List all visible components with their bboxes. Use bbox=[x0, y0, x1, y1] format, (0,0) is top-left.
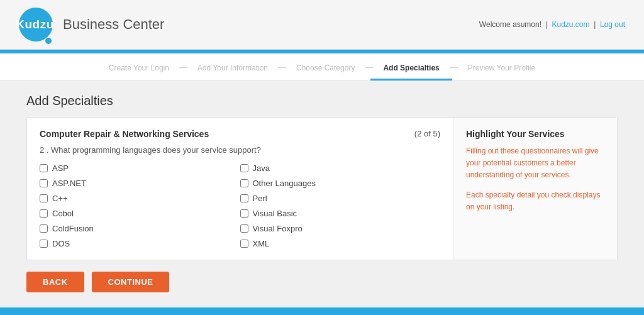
checkbox-perl-label[interactable]: Perl bbox=[253, 194, 267, 203]
checkbox-asp[interactable]: ASP bbox=[40, 163, 240, 173]
continue-button[interactable]: CONTINUE bbox=[92, 272, 170, 292]
checkbox-col-2: Java Other Languages Perl Visual Basic bbox=[240, 163, 441, 248]
checkbox-col-1: ASP ASP.NET C++ Cobol bbox=[40, 163, 240, 248]
checkbox-aspnet[interactable]: ASP.NET bbox=[40, 179, 240, 188]
footer-bar: Help | Business Agreement bbox=[0, 307, 644, 315]
step-preview-profile[interactable]: Preview Your Profile bbox=[455, 60, 548, 80]
card-right-panel: Highlight Your Services Filling out thes… bbox=[453, 118, 617, 260]
checkbox-other[interactable]: Other Languages bbox=[240, 179, 441, 188]
page-title: Add Specialties bbox=[26, 94, 618, 108]
step-counter: (2 of 5) bbox=[414, 129, 440, 138]
checkbox-vfoxpro-label[interactable]: Visual Foxpro bbox=[253, 224, 303, 233]
checkbox-dos-input[interactable] bbox=[40, 240, 48, 248]
checkbox-coldfusion-input[interactable] bbox=[40, 224, 48, 233]
checkbox-dos[interactable]: DOS bbox=[40, 239, 240, 248]
service-title: Computer Repair & Networking Services bbox=[40, 129, 209, 139]
steps-navigation: Create Your Login — Add Your Information… bbox=[0, 53, 644, 81]
checkbox-coldfusion[interactable]: ColdFusion bbox=[40, 224, 240, 233]
checkbox-dos-label[interactable]: DOS bbox=[52, 239, 70, 248]
logout-link[interactable]: Log out bbox=[600, 20, 625, 29]
site-title: Business Center bbox=[63, 16, 164, 33]
checkbox-java-label[interactable]: Java bbox=[253, 163, 270, 173]
checkbox-vbasic[interactable]: Visual Basic bbox=[240, 209, 441, 218]
step-add-specialties[interactable]: Add Specialties bbox=[370, 60, 452, 80]
checkbox-vbasic-label[interactable]: Visual Basic bbox=[253, 209, 297, 218]
checkbox-vfoxpro[interactable]: Visual Foxpro bbox=[240, 224, 441, 233]
checkbox-perl[interactable]: Perl bbox=[240, 194, 441, 203]
checkbox-cpp[interactable]: C++ bbox=[40, 194, 240, 203]
header: Kudzu' Business Center Welcome asumon! |… bbox=[0, 0, 644, 50]
checkbox-java-input[interactable] bbox=[240, 164, 248, 172]
logo-icon: Kudzu' bbox=[19, 8, 53, 41]
checkbox-java[interactable]: Java bbox=[240, 163, 441, 173]
checkbox-cpp-input[interactable] bbox=[40, 194, 48, 202]
back-button[interactable]: BACK bbox=[26, 272, 84, 292]
highlight-text-1: Filling out these questionnaires will gi… bbox=[466, 145, 604, 182]
checkbox-xml-input[interactable] bbox=[240, 240, 248, 248]
specialties-card: Computer Repair & Networking Services (2… bbox=[26, 117, 618, 260]
checkbox-other-input[interactable] bbox=[240, 179, 248, 187]
logo-label: Kudzu' bbox=[16, 18, 55, 31]
checkbox-other-label[interactable]: Other Languages bbox=[253, 179, 316, 188]
step-choose-category[interactable]: Choose Category bbox=[284, 60, 367, 80]
buttons-row: BACK CONTINUE bbox=[26, 272, 618, 292]
checkbox-vbasic-input[interactable] bbox=[240, 209, 248, 218]
checkbox-cobol-input[interactable] bbox=[40, 209, 48, 218]
question-text: 2 . What programming languages does your… bbox=[40, 145, 440, 155]
header-user-info: Welcome asumon! | Kudzu.com | Log out bbox=[479, 20, 625, 29]
checkbox-cobol[interactable]: Cobol bbox=[40, 209, 240, 218]
card-left-panel: Computer Repair & Networking Services (2… bbox=[27, 118, 453, 260]
checkbox-cpp-label[interactable]: C++ bbox=[52, 194, 68, 203]
checkbox-xml-label[interactable]: XML bbox=[253, 239, 270, 248]
checkbox-aspnet-label[interactable]: ASP.NET bbox=[52, 179, 86, 188]
main-content: Add Specialties Computer Repair & Networ… bbox=[14, 94, 630, 292]
checkbox-perl-input[interactable] bbox=[240, 194, 248, 202]
kudzu-link[interactable]: Kudzu.com bbox=[552, 20, 589, 29]
highlight-title: Highlight Your Services bbox=[466, 129, 604, 139]
checkboxes-grid: ASP ASP.NET C++ Cobol bbox=[40, 163, 440, 248]
checkbox-cobol-label[interactable]: Cobol bbox=[52, 209, 74, 218]
checkbox-asp-label[interactable]: ASP bbox=[52, 163, 69, 173]
step-create-login[interactable]: Create Your Login bbox=[96, 60, 182, 80]
card-header: Computer Repair & Networking Services (2… bbox=[40, 129, 440, 139]
highlight-text-2: Each specialty detail you check displays… bbox=[466, 189, 604, 213]
welcome-text: Welcome asumon! bbox=[479, 20, 541, 29]
step-add-info[interactable]: Add Your Information bbox=[185, 60, 280, 80]
checkbox-xml[interactable]: XML bbox=[240, 239, 441, 248]
checkbox-coldfusion-label[interactable]: ColdFusion bbox=[52, 224, 94, 233]
checkbox-vfoxpro-input[interactable] bbox=[240, 224, 248, 233]
checkbox-asp-input[interactable] bbox=[40, 164, 48, 172]
checkbox-aspnet-input[interactable] bbox=[40, 179, 48, 187]
